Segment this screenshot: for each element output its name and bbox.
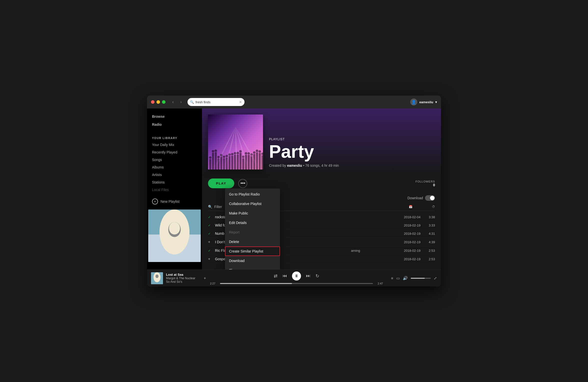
pause-button[interactable]: ⏸	[292, 272, 301, 280]
sidebar-item-albums[interactable]: Albums	[147, 164, 202, 171]
back-button[interactable]: ‹	[170, 98, 176, 106]
filter-area[interactable]: 🔍 Filter	[208, 205, 222, 209]
queue-icon[interactable]: ≡	[391, 276, 393, 280]
sidebar-item-artists[interactable]: Artists	[147, 171, 202, 178]
new-playlist-label: New Playlist	[160, 200, 180, 204]
user-area[interactable]: 👤 eamesliu ▾	[410, 98, 437, 106]
track-duration: 2:53	[422, 257, 435, 261]
clock-icon: ⏱	[432, 205, 435, 208]
followers-count: 0	[416, 183, 435, 187]
minimize-button[interactable]	[156, 100, 160, 104]
track-add-icon: +	[208, 240, 213, 244]
track-date: 2018-02-19	[398, 232, 420, 236]
search-bar[interactable]: 🔍 ✕	[188, 98, 244, 106]
playlist-actions: PLAY ••• Go to Playlist Radio Collaborat…	[202, 174, 441, 192]
track-check-icon: ✓	[208, 215, 213, 219]
current-time: 2:27	[210, 282, 218, 285]
player-album-art	[151, 272, 163, 284]
sidebar: Browse Radio YOUR LIBRARY Your Daily Mix…	[147, 108, 202, 270]
col-date-header: 📅	[390, 205, 412, 208]
fullscreen-icon[interactable]: ⤢	[434, 276, 437, 280]
track-duration: 4:39	[422, 240, 435, 244]
search-input[interactable]	[196, 100, 238, 104]
playlist-title: Party	[269, 142, 435, 160]
sidebar-item-local-files[interactable]: Local Files	[147, 186, 202, 194]
previous-button[interactable]: ⏮	[282, 273, 287, 278]
main-content: PLAYLIST Party Created by eamesliu • 76 …	[202, 108, 441, 270]
menu-item-report: Report	[225, 228, 280, 237]
progress-bar[interactable]: 2:27 2:47	[210, 282, 383, 285]
sidebar-item-recently-played[interactable]: Recently Played	[147, 148, 202, 156]
sidebar-item-daily-mix[interactable]: Your Daily Mix	[147, 141, 202, 148]
track-date: 2018-02-19	[398, 240, 420, 244]
player-artist-name: Margot & The Nuclear So And So's	[166, 276, 199, 284]
avatar: 👤	[410, 98, 417, 106]
calendar-icon: 📅	[409, 205, 412, 208]
plus-circle-icon: +	[152, 198, 158, 204]
search-clear-icon[interactable]: ✕	[239, 100, 242, 104]
play-button[interactable]: PLAY	[208, 178, 234, 188]
player-buttons: ⇄ ⏮ ⏸ ⏭ ↻	[274, 272, 319, 280]
download-toggle[interactable]	[425, 195, 435, 201]
nav-buttons: ‹ ›	[170, 98, 184, 106]
player-track-details: Lost at Sea Margot & The Nuclear So And …	[166, 273, 199, 284]
menu-item-create-similar[interactable]: Create Similar Playlist	[225, 246, 280, 256]
songs-count: 76 songs	[305, 164, 320, 168]
sidebar-item-stations[interactable]: Stations	[147, 178, 202, 186]
context-menu: Go to Playlist Radio Collaborative Playl…	[225, 188, 280, 270]
main-layout: Browse Radio YOUR LIBRARY Your Daily Mix…	[147, 108, 441, 270]
sidebar-nav: Browse Radio	[147, 108, 202, 132]
menu-item-share[interactable]: Share ›	[225, 266, 280, 270]
close-button[interactable]	[151, 100, 154, 104]
menu-item-edit-details[interactable]: Edit Details	[225, 218, 280, 228]
track-duration: 3:38	[422, 215, 435, 219]
track-check-icon: ✓	[208, 232, 213, 236]
new-playlist-button[interactable]: + New Playlist	[147, 196, 202, 208]
track-check-icon: ✓	[208, 224, 213, 227]
player-track-name: Lost at Sea	[166, 273, 199, 276]
chevron-down-icon: ▾	[435, 100, 437, 104]
username-label: eamesliu	[419, 100, 433, 104]
volume-bar[interactable]	[411, 278, 431, 279]
maximize-button[interactable]	[162, 100, 166, 104]
menu-item-go-to-radio[interactable]: Go to Playlist Radio	[225, 190, 280, 199]
track-artist: arning	[351, 249, 396, 252]
track-duration: 3:33	[422, 224, 435, 227]
menu-item-download[interactable]: Download	[225, 256, 280, 266]
progress-track[interactable]	[220, 283, 373, 284]
library-section-label: YOUR LIBRARY	[147, 132, 202, 141]
traffic-lights	[151, 100, 166, 104]
total-time: 2:47	[375, 282, 383, 285]
more-options-button[interactable]: •••	[238, 179, 247, 188]
duration: 4 hr 49 min	[322, 164, 339, 168]
filter-icon: 🔍	[208, 205, 212, 209]
playlist-header: PLAYLIST Party Created by eamesliu • 76 …	[202, 108, 441, 174]
sidebar-item-songs[interactable]: Songs	[147, 156, 202, 164]
share-label: Share	[229, 268, 238, 270]
playlist-type-label: PLAYLIST	[269, 138, 435, 141]
repeat-button[interactable]: ↻	[316, 273, 319, 279]
track-check-icon: ✓	[208, 249, 213, 252]
sidebar-item-browse[interactable]: Browse	[147, 112, 202, 120]
menu-item-make-public[interactable]: Make Public	[225, 208, 280, 218]
player-add-button[interactable]: +	[204, 276, 206, 280]
progress-fill	[220, 283, 292, 284]
forward-button[interactable]: ›	[178, 98, 184, 106]
creator-link[interactable]: eamesliu	[287, 164, 302, 168]
track-duration: 4:31	[422, 232, 435, 236]
player-right-controls: ≡ ▭ 🔊 ⤢	[387, 276, 437, 280]
menu-item-delete[interactable]: Delete	[225, 237, 280, 246]
menu-item-collaborative[interactable]: Collaborative Playlist	[225, 199, 280, 208]
track-date: 2018-02-19	[398, 249, 420, 252]
devices-icon[interactable]: ▭	[396, 276, 400, 280]
player-track-info: Lost at Sea Margot & The Nuclear So And …	[151, 272, 206, 284]
track-date: 2018-02-19	[398, 224, 420, 227]
volume-fill	[411, 278, 425, 279]
track-add-icon: +	[208, 257, 213, 261]
sidebar-album-art[interactable]	[148, 210, 201, 262]
search-icon: 🔍	[190, 100, 194, 104]
shuffle-button[interactable]: ⇄	[274, 273, 278, 279]
sidebar-item-radio[interactable]: Radio	[147, 120, 202, 128]
next-button[interactable]: ⏭	[306, 273, 310, 278]
player-controls: ⇄ ⏮ ⏸ ⏭ ↻ 2:27 2:47	[210, 272, 383, 285]
